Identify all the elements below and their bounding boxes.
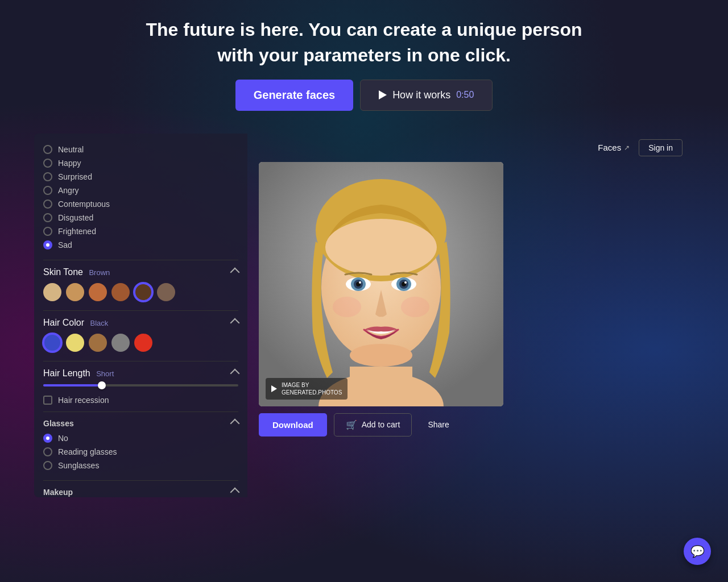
hero-buttons: Generate faces How it works 0:50 — [11, 80, 717, 111]
hair-length-label: Hair Length Short — [43, 368, 114, 379]
hero-title-line1: The future is here. You can create a uni… — [146, 19, 582, 40]
expression-surprised[interactable]: Surprised — [43, 172, 238, 181]
glasses-sunglasses[interactable]: Sunglasses — [43, 461, 238, 470]
hair-color-header: Hair Color Black — [43, 318, 238, 328]
how-it-works-time: 0:50 — [456, 90, 474, 100]
swatch-skin-5[interactable] — [134, 283, 152, 301]
chat-bubble-icon: 💬 — [690, 544, 705, 558]
hair-color-swatches — [43, 334, 238, 352]
expression-neutral[interactable]: Neutral — [43, 145, 238, 154]
expression-sad[interactable]: Sad — [43, 240, 238, 250]
main-content: Faces ↗ Sign in — [247, 134, 694, 497]
download-button[interactable]: Download — [259, 413, 327, 436]
swatch-skin-3[interactable] — [89, 283, 107, 301]
hero-title: The future is here. You can create a uni… — [11, 17, 717, 68]
swatch-skin-2[interactable] — [66, 283, 84, 301]
makeup-label: Makeup — [43, 488, 73, 497]
sign-in-button[interactable]: Sign in — [639, 139, 682, 156]
expression-contemptuous-radio[interactable] — [43, 199, 52, 209]
svg-point-17 — [333, 297, 361, 317]
hair-recession-item[interactable]: Hair recession — [43, 396, 238, 405]
svg-rect-3 — [350, 367, 412, 406]
makeup-chevron[interactable] — [230, 487, 240, 497]
svg-point-16 — [404, 281, 407, 284]
svg-point-18 — [401, 297, 429, 317]
skin-tone-swatches — [43, 283, 238, 301]
svg-point-19 — [350, 344, 412, 367]
svg-point-11 — [359, 281, 361, 284]
expression-frightened-radio[interactable] — [43, 227, 52, 236]
cart-icon: 🛒 — [346, 419, 357, 430]
swatch-skin-1[interactable] — [43, 283, 61, 301]
skin-tone-value: Brown — [89, 268, 110, 277]
expression-neutral-radio[interactable] — [43, 145, 52, 154]
swatch-hair-black[interactable] — [43, 334, 61, 352]
main-layout: Neutral Happy Surprised Angry Contemptuo… — [23, 134, 705, 497]
slider-track[interactable] — [43, 384, 238, 386]
hair-length-slider[interactable] — [43, 384, 238, 386]
slider-fill — [43, 384, 102, 386]
how-it-works-label: How it works — [392, 89, 450, 101]
glasses-group: No Reading glasses Sunglasses — [43, 434, 238, 470]
skin-tone-label: Skin Tone Brown — [43, 267, 110, 277]
hero-title-line2: with your parameters in one click. — [217, 45, 511, 65]
play-icon — [379, 90, 387, 99]
swatch-hair-red[interactable] — [134, 334, 152, 352]
swatch-skin-6[interactable] — [157, 283, 175, 301]
watermark-text: IMAGE BY GENERATED.PHOTOS — [282, 381, 342, 396]
glasses-reading-radio[interactable] — [43, 447, 52, 456]
face-image — [259, 162, 503, 406]
skin-tone-header: Skin Tone Brown — [43, 267, 238, 277]
expression-angry[interactable]: Angry — [43, 186, 238, 195]
hair-recession-checkbox[interactable] — [43, 396, 52, 405]
expression-angry-radio[interactable] — [43, 186, 52, 195]
action-buttons: Download 🛒 Add to cart Share — [259, 413, 682, 436]
expression-happy-radio[interactable] — [43, 159, 52, 168]
expression-contemptuous[interactable]: Contemptuous — [43, 199, 238, 209]
hair-recession-label: Hair recession — [58, 396, 109, 405]
add-to-cart-button[interactable]: 🛒 Add to cart — [334, 413, 412, 436]
hair-color-label: Hair Color Black — [43, 318, 108, 328]
top-bar: Faces ↗ Sign in — [247, 134, 694, 162]
makeup-header: Makeup — [43, 488, 238, 497]
sidebar: Neutral Happy Surprised Angry Contemptuo… — [34, 134, 247, 497]
external-link-icon: ↗ — [624, 144, 630, 152]
add-to-cart-label: Add to cart — [362, 420, 400, 429]
glasses-chevron[interactable] — [230, 418, 240, 428]
faces-label: Faces — [598, 143, 621, 152]
how-it-works-button[interactable]: How it works 0:50 — [360, 80, 493, 111]
share-button[interactable]: Share — [419, 413, 458, 436]
hair-color-chevron[interactable] — [230, 318, 240, 327]
glasses-header: Glasses — [43, 419, 238, 428]
hair-length-chevron[interactable] — [230, 368, 240, 378]
generate-faces-button[interactable]: Generate faces — [235, 80, 353, 111]
skin-tone-chevron[interactable] — [230, 267, 240, 277]
expression-surprised-radio[interactable] — [43, 172, 52, 181]
swatch-skin-4[interactable] — [111, 283, 130, 301]
expression-disgusted[interactable]: Disgusted — [43, 213, 238, 222]
glasses-no-radio[interactable] — [43, 434, 52, 443]
expression-frightened[interactable]: Frightened — [43, 227, 238, 236]
faces-link[interactable]: Faces ↗ — [598, 143, 630, 152]
svg-point-6 — [325, 219, 437, 276]
image-area: IMAGE BY GENERATED.PHOTOS Download 🛒 Add… — [247, 162, 694, 436]
expression-sad-radio[interactable] — [43, 240, 52, 250]
chat-button[interactable]: 💬 — [684, 538, 711, 565]
hair-length-value: Short — [96, 369, 114, 378]
face-image-container: IMAGE BY GENERATED.PHOTOS — [259, 162, 503, 406]
slider-thumb[interactable] — [98, 381, 106, 389]
expression-group: Neutral Happy Surprised Angry Contemptuo… — [43, 145, 238, 250]
swatch-hair-blonde[interactable] — [66, 334, 84, 352]
expression-disgusted-radio[interactable] — [43, 213, 52, 222]
swatch-hair-gray[interactable] — [111, 334, 130, 352]
hair-color-value: Black — [90, 319, 108, 327]
hero-section: The future is here. You can create a uni… — [0, 0, 728, 134]
hair-length-header: Hair Length Short — [43, 368, 238, 379]
expression-happy[interactable]: Happy — [43, 159, 238, 168]
glasses-reading[interactable]: Reading glasses — [43, 447, 238, 456]
glasses-no[interactable]: No — [43, 434, 238, 443]
watermark-play-icon — [271, 385, 277, 392]
swatch-hair-brown[interactable] — [89, 334, 107, 352]
glasses-sunglasses-radio[interactable] — [43, 461, 52, 470]
image-watermark: IMAGE BY GENERATED.PHOTOS — [266, 378, 348, 400]
